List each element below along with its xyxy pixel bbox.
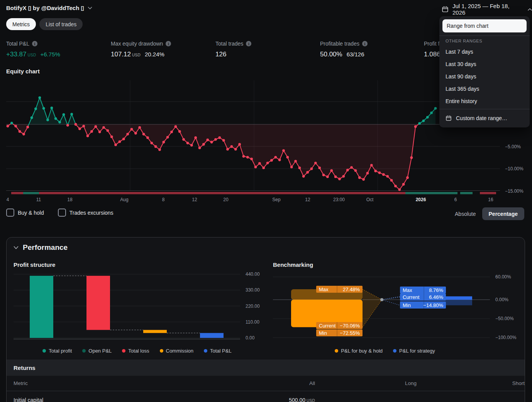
legend-dot <box>335 349 338 353</box>
svg-text:Current: Current <box>319 323 336 329</box>
info-icon[interactable]: i <box>246 41 251 46</box>
returns-row-metric: Initial capital <box>7 397 211 402</box>
metric-label: Total P&Li <box>6 40 107 47</box>
app-root: BotifyX ▯ by @DaviddTech ▯ Metrics List … <box>0 0 532 402</box>
legend-item-total-profit[interactable]: Total profit <box>42 348 72 354</box>
metric-value: 126 <box>215 51 226 58</box>
metric-secondary-value: 63/126 <box>347 51 364 58</box>
returns-table-header: MetricAllLongShort <box>7 376 525 391</box>
metric-label-text: Total P&L <box>6 41 29 47</box>
absolute-button[interactable]: Absolute <box>455 211 476 217</box>
metric-value: +33.87USD <box>6 51 36 58</box>
calendar-icon <box>442 6 449 13</box>
svg-text:6.46%: 6.46% <box>429 294 443 300</box>
svg-text:8.76%: 8.76% <box>429 287 443 293</box>
checkbox-label: Trades excursions <box>69 210 114 216</box>
metric-label-text: Total trades <box>215 41 243 47</box>
svg-text:11: 11 <box>36 197 41 202</box>
dropdown-item-last-30-days[interactable]: Last 30 days <box>439 58 530 70</box>
metric-label: Profitable tradesi <box>320 40 421 47</box>
metric-values: +33.87USD+6.75% <box>6 51 107 58</box>
svg-text:27.48%: 27.48% <box>343 287 360 292</box>
svg-text:Aug: Aug <box>120 197 128 202</box>
legend-dot <box>160 349 163 353</box>
date-range-button[interactable]: Jul 1, 2025 — Feb 18, 2026 <box>442 4 532 15</box>
profit-structure-title: Profit structure <box>14 261 55 268</box>
svg-text:12: 12 <box>192 197 197 202</box>
metric-values: 50.00%63/126 <box>320 51 421 58</box>
info-icon[interactable]: i <box>362 41 368 46</box>
svg-text:−50.00%: −50.00% <box>495 316 514 321</box>
returns-row-all: 500.00USD <box>211 397 315 402</box>
svg-text:16: 16 <box>488 197 493 202</box>
legend-item-total-loss[interactable]: Total loss <box>122 348 149 354</box>
metric-secondary-value: +6.75% <box>41 51 60 58</box>
date-range-dropdown: Range from chart OTHER RANGES Last 7 day… <box>439 16 530 127</box>
svg-text:8: 8 <box>162 197 165 202</box>
svg-text:−10.00%: −10.00% <box>505 166 524 171</box>
legend-item-p-l-for-strategy[interactable]: P&L for strategy <box>393 348 435 354</box>
dropdown-item-custom-date-range[interactable]: Custom date range… <box>446 109 507 127</box>
chevron-down-icon[interactable] <box>88 7 92 10</box>
checkbox-label: Buy & hold <box>18 210 44 216</box>
page-title-row: BotifyX ▯ by @DaviddTech ▯ <box>6 5 92 12</box>
dropdown-item-last-365-days[interactable]: Last 365 days <box>439 83 530 95</box>
svg-text:Oct: Oct <box>366 197 374 202</box>
benchmarking-chart[interactable]: 60.00%0.00%−50.00%−100.00%Max27.48%Curre… <box>273 271 525 348</box>
checkbox-buy-and-hold[interactable]: Buy & hold <box>6 209 44 217</box>
currency-unit: USD <box>132 53 141 57</box>
benchmarking-title: Benchmarking <box>273 261 313 268</box>
currency-unit: USD <box>307 399 315 402</box>
legend-item-total-p-l[interactable]: Total P&L <box>204 348 232 354</box>
tab-metrics[interactable]: Metrics <box>6 18 36 30</box>
svg-text:−70.06%: −70.06% <box>340 323 360 329</box>
percentage-button[interactable]: Percentage <box>482 207 524 220</box>
svg-text:60.00%: 60.00% <box>495 274 511 280</box>
metric-max-equity-drawdown: Max equity drawdowni107.12USD20.24% <box>111 40 212 58</box>
svg-text:2026: 2026 <box>416 197 426 202</box>
legend-dot <box>122 349 125 353</box>
metric-total-trades: Total tradesi126 <box>215 40 317 58</box>
metric-values: 107.12USD20.24% <box>111 51 212 58</box>
performance-title: Performance <box>23 243 68 252</box>
performance-header[interactable]: Performance <box>14 243 68 252</box>
svg-text:Max: Max <box>403 287 412 293</box>
checkbox-box[interactable] <box>6 209 14 217</box>
page-title: BotifyX ▯ by @DaviddTech ▯ <box>6 5 84 12</box>
legend-item-open-p-l[interactable]: Open P&L <box>82 348 112 354</box>
metric-value: 1.086 <box>424 51 441 58</box>
metric-label-text: Max equity drawdown <box>111 41 163 47</box>
metric-secondary-value: 20.24% <box>145 51 164 58</box>
svg-text:18: 18 <box>67 197 73 202</box>
legend-item-commission[interactable]: Commission <box>160 348 194 354</box>
dropdown-item-last-90-days[interactable]: Last 90 days <box>439 70 530 83</box>
metric-label: Total tradesi <box>215 40 317 47</box>
chevron-down-icon[interactable] <box>14 246 19 249</box>
currency-unit: USD <box>27 53 36 57</box>
svg-text:440.00: 440.00 <box>246 271 260 277</box>
checkbox-box[interactable] <box>58 209 66 217</box>
returns-title: Returns <box>14 365 36 371</box>
dropdown-item-last-7-days[interactable]: Last 7 days <box>439 46 530 58</box>
legend-dot <box>42 349 46 353</box>
returns-header-short: Short <box>417 380 525 386</box>
svg-text:−14.80%: −14.80% <box>423 302 443 308</box>
scale-toggle: Absolute Percentage <box>455 207 524 220</box>
dropdown-item-entire-history[interactable]: Entire history <box>439 95 530 107</box>
legend-item-p-l-for-buy-hold[interactable]: P&L for buy & hold <box>335 348 383 354</box>
info-icon[interactable]: i <box>166 41 171 46</box>
dropdown-item-range-from-chart[interactable]: Range from chart <box>442 19 527 32</box>
dropdown-divider <box>439 36 530 36</box>
metric-label-text: Profitable trades <box>320 41 359 47</box>
checkbox-trades-excursions[interactable]: Trades excursions <box>58 209 114 217</box>
equity-chart-toggles: Buy & hold Trades excursions <box>6 209 114 217</box>
tab-list-of-trades[interactable]: List of trades <box>39 18 83 30</box>
svg-text:20: 20 <box>223 197 229 202</box>
svg-text:23:00: 23:00 <box>333 197 345 202</box>
profit-structure-chart[interactable]: 440.00330.00220.00110.000.00 <box>14 269 268 346</box>
svg-text:Max: Max <box>319 287 329 292</box>
svg-text:4: 4 <box>7 197 9 202</box>
legend-dot <box>204 349 207 353</box>
returns-header-all: All <box>211 380 315 386</box>
info-icon[interactable]: i <box>32 41 37 46</box>
